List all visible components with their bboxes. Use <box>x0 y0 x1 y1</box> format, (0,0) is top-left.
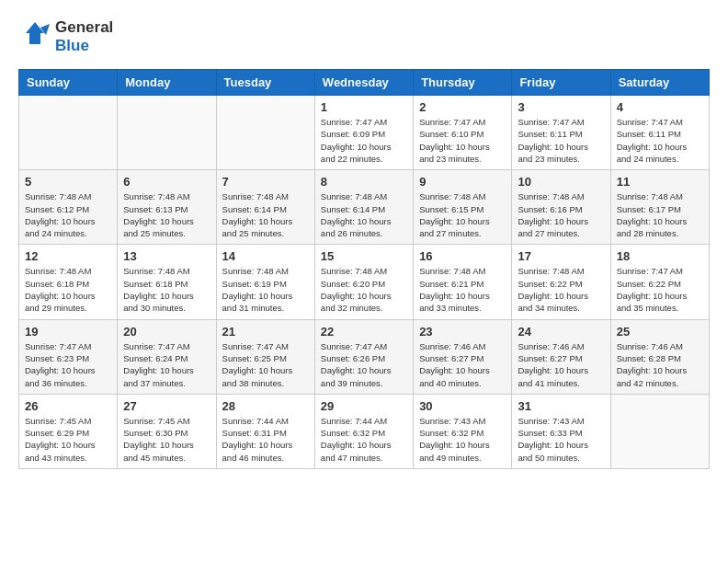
svg-marker-1 <box>40 24 50 35</box>
calendar-cell: 3Sunrise: 7:47 AM Sunset: 6:11 PM Daylig… <box>512 96 610 170</box>
calendar-cell: 31Sunrise: 7:43 AM Sunset: 6:33 PM Dayli… <box>512 394 610 468</box>
calendar-cell: 11Sunrise: 7:48 AM Sunset: 6:17 PM Dayli… <box>610 170 709 245</box>
calendar-cell: 16Sunrise: 7:48 AM Sunset: 6:21 PM Dayli… <box>414 245 512 319</box>
day-info: Sunrise: 7:48 AM Sunset: 6:20 PM Dayligh… <box>321 265 407 314</box>
calendar-cell: 10Sunrise: 7:48 AM Sunset: 6:16 PM Dayli… <box>512 170 610 245</box>
calendar-cell: 17Sunrise: 7:48 AM Sunset: 6:22 PM Dayli… <box>512 245 610 319</box>
day-number: 31 <box>518 399 604 413</box>
day-info: Sunrise: 7:45 AM Sunset: 6:29 PM Dayligh… <box>25 415 111 464</box>
day-number: 6 <box>123 175 210 189</box>
day-number: 23 <box>419 325 506 339</box>
calendar-cell: 20Sunrise: 7:47 AM Sunset: 6:24 PM Dayli… <box>118 319 216 394</box>
day-number: 16 <box>419 249 506 263</box>
calendar-cell: 15Sunrise: 7:48 AM Sunset: 6:20 PM Dayli… <box>314 245 413 319</box>
calendar-cell <box>216 96 314 170</box>
day-number: 8 <box>321 175 407 189</box>
column-header-sunday: Sunday <box>19 70 118 96</box>
day-number: 26 <box>25 399 111 413</box>
day-number: 4 <box>617 100 703 114</box>
day-info: Sunrise: 7:47 AM Sunset: 6:09 PM Dayligh… <box>321 116 407 165</box>
logo-bird-icon <box>18 20 51 53</box>
svg-marker-0 <box>26 22 44 44</box>
day-info: Sunrise: 7:47 AM Sunset: 6:26 PM Dayligh… <box>321 340 407 389</box>
day-number: 15 <box>321 249 407 263</box>
day-number: 22 <box>321 325 407 339</box>
calendar-header-row: SundayMondayTuesdayWednesdayThursdayFrid… <box>19 70 710 96</box>
day-info: Sunrise: 7:48 AM Sunset: 6:14 PM Dayligh… <box>321 190 407 239</box>
day-number: 28 <box>222 399 309 413</box>
day-number: 19 <box>25 325 111 339</box>
day-info: Sunrise: 7:48 AM Sunset: 6:12 PM Dayligh… <box>25 190 111 239</box>
calendar-cell: 26Sunrise: 7:45 AM Sunset: 6:29 PM Dayli… <box>19 394 118 468</box>
logo-general-text: General <box>55 18 113 37</box>
calendar-cell: 24Sunrise: 7:46 AM Sunset: 6:27 PM Dayli… <box>512 319 610 394</box>
page-header: General Blue <box>18 18 710 54</box>
day-number: 21 <box>222 325 309 339</box>
column-header-monday: Monday <box>118 70 216 96</box>
calendar-cell: 23Sunrise: 7:46 AM Sunset: 6:27 PM Dayli… <box>414 319 512 394</box>
day-info: Sunrise: 7:43 AM Sunset: 6:33 PM Dayligh… <box>518 415 604 464</box>
column-header-thursday: Thursday <box>414 70 512 96</box>
calendar-cell: 28Sunrise: 7:44 AM Sunset: 6:31 PM Dayli… <box>216 394 314 468</box>
day-number: 30 <box>419 399 506 413</box>
calendar-cell: 18Sunrise: 7:47 AM Sunset: 6:22 PM Dayli… <box>610 245 709 319</box>
calendar-cell: 30Sunrise: 7:43 AM Sunset: 6:32 PM Dayli… <box>414 394 512 468</box>
day-number: 11 <box>617 175 703 189</box>
calendar-cell: 5Sunrise: 7:48 AM Sunset: 6:12 PM Daylig… <box>19 170 118 245</box>
day-number: 12 <box>25 249 111 263</box>
calendar-cell: 27Sunrise: 7:45 AM Sunset: 6:30 PM Dayli… <box>118 394 216 468</box>
day-number: 7 <box>222 175 309 189</box>
calendar-cell: 13Sunrise: 7:48 AM Sunset: 6:18 PM Dayli… <box>118 245 216 319</box>
calendar-week-row: 1Sunrise: 7:47 AM Sunset: 6:09 PM Daylig… <box>19 96 710 170</box>
calendar-cell: 19Sunrise: 7:47 AM Sunset: 6:23 PM Dayli… <box>19 319 118 394</box>
logo: General Blue <box>18 18 113 54</box>
day-number: 29 <box>321 399 407 413</box>
column-header-friday: Friday <box>512 70 610 96</box>
day-info: Sunrise: 7:43 AM Sunset: 6:32 PM Dayligh… <box>419 415 506 464</box>
calendar-week-row: 12Sunrise: 7:48 AM Sunset: 6:18 PM Dayli… <box>19 245 710 319</box>
day-number: 20 <box>123 325 210 339</box>
calendar-week-row: 19Sunrise: 7:47 AM Sunset: 6:23 PM Dayli… <box>19 319 710 394</box>
day-number: 1 <box>321 100 407 114</box>
day-info: Sunrise: 7:48 AM Sunset: 6:19 PM Dayligh… <box>222 265 309 314</box>
day-number: 27 <box>123 399 210 413</box>
day-info: Sunrise: 7:47 AM Sunset: 6:11 PM Dayligh… <box>518 116 604 165</box>
calendar-cell: 6Sunrise: 7:48 AM Sunset: 6:13 PM Daylig… <box>118 170 216 245</box>
day-number: 2 <box>419 100 506 114</box>
day-number: 9 <box>419 175 506 189</box>
calendar-table: SundayMondayTuesdayWednesdayThursdayFrid… <box>18 69 710 469</box>
calendar-cell <box>19 96 118 170</box>
day-info: Sunrise: 7:47 AM Sunset: 6:25 PM Dayligh… <box>222 340 309 389</box>
day-info: Sunrise: 7:48 AM Sunset: 6:14 PM Dayligh… <box>222 190 309 239</box>
day-number: 18 <box>617 249 703 263</box>
day-info: Sunrise: 7:47 AM Sunset: 6:11 PM Dayligh… <box>617 116 703 165</box>
day-info: Sunrise: 7:47 AM Sunset: 6:22 PM Dayligh… <box>617 265 703 314</box>
calendar-cell: 25Sunrise: 7:46 AM Sunset: 6:28 PM Dayli… <box>610 319 709 394</box>
day-info: Sunrise: 7:48 AM Sunset: 6:22 PM Dayligh… <box>518 265 604 314</box>
logo-blue-text: Blue <box>55 37 113 55</box>
day-info: Sunrise: 7:48 AM Sunset: 6:16 PM Dayligh… <box>518 190 604 239</box>
day-number: 13 <box>123 249 210 263</box>
calendar-cell: 1Sunrise: 7:47 AM Sunset: 6:09 PM Daylig… <box>314 96 413 170</box>
calendar-cell: 29Sunrise: 7:44 AM Sunset: 6:32 PM Dayli… <box>314 394 413 468</box>
day-number: 5 <box>25 175 111 189</box>
calendar-cell <box>610 394 709 468</box>
day-info: Sunrise: 7:46 AM Sunset: 6:28 PM Dayligh… <box>617 340 703 389</box>
day-number: 17 <box>518 249 604 263</box>
calendar-cell: 21Sunrise: 7:47 AM Sunset: 6:25 PM Dayli… <box>216 319 314 394</box>
calendar-cell <box>118 96 216 170</box>
day-number: 14 <box>222 249 309 263</box>
day-info: Sunrise: 7:48 AM Sunset: 6:18 PM Dayligh… <box>25 265 111 314</box>
calendar-cell: 4Sunrise: 7:47 AM Sunset: 6:11 PM Daylig… <box>610 96 709 170</box>
calendar-cell: 8Sunrise: 7:48 AM Sunset: 6:14 PM Daylig… <box>314 170 413 245</box>
day-number: 24 <box>518 325 604 339</box>
column-header-tuesday: Tuesday <box>216 70 314 96</box>
day-info: Sunrise: 7:47 AM Sunset: 6:23 PM Dayligh… <box>25 340 111 389</box>
day-number: 10 <box>518 175 604 189</box>
day-info: Sunrise: 7:48 AM Sunset: 6:17 PM Dayligh… <box>617 190 703 239</box>
calendar-week-row: 5Sunrise: 7:48 AM Sunset: 6:12 PM Daylig… <box>19 170 710 245</box>
day-info: Sunrise: 7:48 AM Sunset: 6:13 PM Dayligh… <box>123 190 210 239</box>
calendar-cell: 2Sunrise: 7:47 AM Sunset: 6:10 PM Daylig… <box>414 96 512 170</box>
calendar-cell: 22Sunrise: 7:47 AM Sunset: 6:26 PM Dayli… <box>314 319 413 394</box>
day-info: Sunrise: 7:45 AM Sunset: 6:30 PM Dayligh… <box>123 415 210 464</box>
